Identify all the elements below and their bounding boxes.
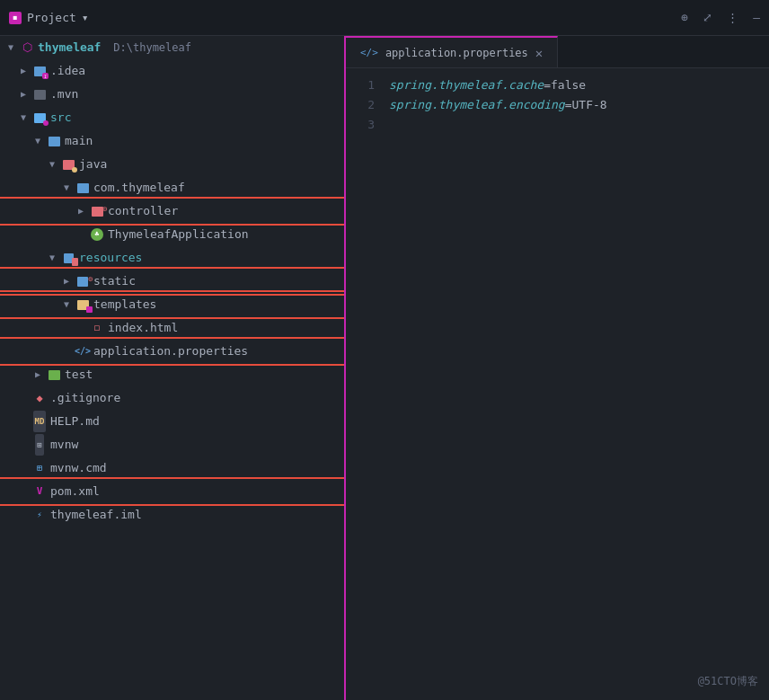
- html-file-icon: ◻: [90, 321, 104, 335]
- line-numbers: 1 2 3: [346, 68, 382, 700]
- project-menu[interactable]: ◼ Project ▾: [9, 11, 89, 24]
- chevron-down-icon: [61, 299, 72, 310]
- chevron-down-icon: [47, 253, 57, 263]
- md-icon: MD: [32, 414, 47, 429]
- tab-icon: </>: [360, 47, 378, 58]
- pom-xml-label: pom.xml: [50, 482, 100, 501]
- mvn-label: .mvn: [50, 84, 78, 104]
- sidebar-item-app-properties[interactable]: </> application.properties: [0, 340, 344, 363]
- resources-folder-icon: [61, 251, 75, 265]
- src-label: src: [50, 108, 71, 128]
- tab-close-icon[interactable]: ✕: [535, 46, 543, 60]
- index-html-label: index.html: [108, 318, 178, 338]
- templates-folder-icon: [75, 297, 90, 312]
- root-folder-icon: ⬡: [20, 40, 34, 55]
- controller-folder-icon: ⚙: [90, 204, 104, 218]
- sidebar: ⬡ thymeleaf D:\thymeleaf I .idea .mvn: [0, 36, 346, 700]
- chevron-right-icon: [75, 206, 86, 217]
- src-folder-icon: [32, 111, 47, 125]
- sidebar-item-controller[interactable]: ⚙ controller: [0, 199, 344, 223]
- sidebar-item-templates[interactable]: templates: [0, 293, 344, 316]
- cmd-icon: ⊞: [32, 461, 47, 475]
- chevron-down-icon: [5, 42, 16, 53]
- pom-icon: V: [32, 484, 47, 499]
- target-icon[interactable]: ⊕: [681, 11, 688, 24]
- sidebar-item-helpmd[interactable]: MD HELP.md: [0, 410, 344, 433]
- test-folder-icon: [47, 368, 61, 382]
- mvn-folder-icon: [32, 87, 47, 102]
- static-label: static: [93, 271, 136, 291]
- sidebar-item-resources[interactable]: resources: [0, 246, 344, 270]
- java-folder-icon: [61, 157, 75, 172]
- sidebar-item-static[interactable]: ⚙ static: [0, 270, 344, 293]
- project-label: Project: [27, 11, 76, 24]
- editor-tabs: </> application.properties ✕: [346, 36, 769, 68]
- app-properties-label: application.properties: [93, 341, 248, 361]
- chevron-right-icon: [18, 89, 29, 100]
- mvnw-label: mvnw: [50, 435, 78, 455]
- idea-label: .idea: [50, 61, 85, 81]
- code-token: spring.thymeleaf.encoding: [389, 95, 565, 115]
- minimize-icon[interactable]: —: [753, 11, 760, 24]
- watermark: @51CTO博客: [698, 674, 758, 689]
- code-token: spring.thymeleaf.cache: [389, 75, 544, 95]
- sidebar-item-gitignore[interactable]: ◆ .gitignore: [0, 386, 344, 410]
- templates-label: templates: [93, 295, 156, 315]
- com-thymeleaf-folder-icon: [75, 181, 90, 195]
- chevron-right-icon: [32, 369, 43, 380]
- sidebar-item-index-html[interactable]: ◻ index.html: [0, 316, 344, 340]
- mvnw-cmd-label: mvnw.cmd: [50, 458, 107, 478]
- sidebar-item-mvnw-cmd[interactable]: ⊞ mvnw.cmd: [0, 456, 344, 480]
- sidebar-item-mvn[interactable]: .mvn: [0, 83, 344, 106]
- sidebar-item-root[interactable]: ⬡ thymeleaf D:\thymeleaf: [0, 36, 344, 59]
- editor-tab-app-properties[interactable]: </> application.properties ✕: [346, 36, 558, 67]
- gitignore-label: .gitignore: [50, 388, 120, 408]
- sidebar-item-src[interactable]: src: [0, 106, 344, 129]
- editor-area: </> application.properties ✕ 1 2 3 sprin…: [346, 36, 769, 700]
- sidebar-item-mvnw[interactable]: ⊞ mvnw: [0, 433, 344, 456]
- chevron-down-icon: [32, 136, 43, 146]
- chevron-down-icon: [47, 159, 57, 170]
- sidebar-item-com-thymeleaf[interactable]: com.thymeleaf: [0, 176, 344, 199]
- spring-app-icon: ♣: [90, 227, 104, 242]
- chevron-down-icon: [61, 182, 72, 193]
- title-bar: ◼ Project ▾ ⊕ ⤢ ⋮ —: [0, 0, 769, 36]
- controller-label: controller: [108, 201, 178, 221]
- chevron-right-icon: [61, 276, 72, 287]
- more-icon[interactable]: ⋮: [727, 11, 738, 24]
- editor-content: 1 2 3 spring.thymeleaf.cache=false sprin…: [346, 68, 769, 700]
- mvnw-icon: ⊞: [32, 438, 47, 452]
- java-label: java: [79, 155, 107, 174]
- resources-label: resources: [79, 248, 142, 268]
- iml-icon: ⚡: [32, 508, 47, 522]
- static-folder-icon: ⚙: [75, 274, 90, 288]
- main-folder-icon: [47, 134, 61, 148]
- tab-label: application.properties: [385, 47, 528, 59]
- project-icon: ◼: [9, 12, 22, 24]
- thymeleaf-app-label: ThymeleafApplication: [108, 225, 249, 244]
- com-thymeleaf-label: com.thymeleaf: [93, 178, 185, 198]
- props-file-icon: </>: [75, 344, 90, 359]
- sidebar-item-idea[interactable]: I .idea: [0, 59, 344, 83]
- sidebar-item-thymeleaf-app[interactable]: ♣ ThymeleafApplication: [0, 223, 344, 246]
- sidebar-item-test[interactable]: test: [0, 363, 344, 386]
- root-label: thymeleaf D:\thymeleaf: [38, 38, 191, 58]
- sidebar-item-pom-xml[interactable]: V pom.xml: [0, 480, 344, 503]
- sidebar-item-thymeleaf-iml[interactable]: ⚡ thymeleaf.iml: [0, 503, 344, 527]
- idea-folder-icon: I: [32, 64, 47, 78]
- chevron-right-icon: [18, 66, 29, 76]
- main-label: main: [65, 131, 93, 151]
- sidebar-item-main[interactable]: main: [0, 129, 344, 153]
- test-label: test: [65, 365, 93, 385]
- layout-icon[interactable]: ⤢: [703, 11, 712, 24]
- main-layout: ⬡ thymeleaf D:\thymeleaf I .idea .mvn: [0, 36, 769, 700]
- helpmd-label: HELP.md: [50, 412, 100, 431]
- chevron-down-icon: [18, 112, 29, 123]
- code-line-1: spring.thymeleaf.cache=false: [389, 75, 769, 95]
- sidebar-item-java[interactable]: java: [0, 153, 344, 176]
- project-chevron: ▾: [82, 11, 89, 24]
- iml-label: thymeleaf.iml: [50, 505, 142, 525]
- code-line-2: spring.thymeleaf.encoding=UTF-8: [389, 95, 769, 115]
- git-icon: ◆: [32, 391, 47, 405]
- code-area[interactable]: spring.thymeleaf.cache=false spring.thym…: [382, 68, 769, 700]
